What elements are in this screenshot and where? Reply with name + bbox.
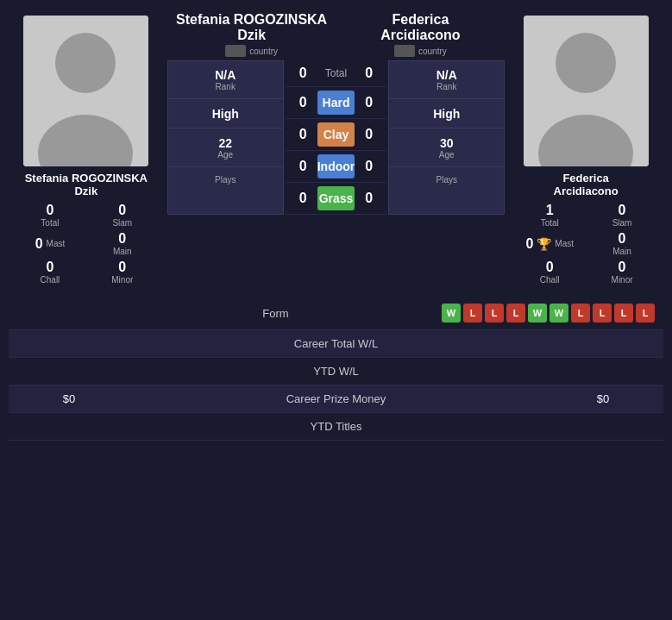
ytd-titles-row: YTD Titles: [9, 413, 663, 441]
form-badges: WLLLWWLLLL: [422, 304, 663, 323]
prize-row: $0 Career Prize Money $0: [9, 385, 663, 413]
form-row: Form WLLLWWLLLL: [9, 297, 663, 330]
form-badge-l: L: [506, 304, 525, 323]
ytd-wl-row: YTD W/L: [9, 358, 663, 385]
right-player-stats: 1 Total 0 Slam 0 🏆 Mast 0 Main 0: [515, 203, 656, 285]
right-peak-row: High: [389, 100, 504, 128]
left-stat-main: 0 Main: [88, 231, 157, 256]
right-stat-minor: 0 Minor: [587, 260, 656, 285]
left-age-row: 22 Age: [168, 129, 283, 167]
career-wl-row: Career Total W/L: [9, 330, 663, 358]
score-info-row: N/A Rank High 22 Age Plays: [167, 60, 506, 215]
form-badge-l: L: [485, 304, 504, 323]
player-names-row: Stefania ROGOZINSKA Dzik country Federic…: [167, 12, 506, 57]
left-stat-mast: 0 Mast: [16, 231, 85, 256]
bottom-stats: Form WLLLWWLLLL Career Total W/L YTD W/L…: [9, 297, 663, 441]
right-stat-mast: 0 🏆 Mast: [515, 231, 584, 256]
left-stat-slam: 0 Slam: [88, 203, 157, 228]
right-stat-main: 0 Main: [587, 231, 656, 256]
clay-surface-btn[interactable]: Clay: [317, 122, 355, 147]
hard-surface-btn[interactable]: Hard: [317, 91, 355, 115]
left-plays-row: Plays: [168, 168, 283, 191]
left-rank-row: N/A Rank: [168, 61, 283, 99]
svg-point-4: [556, 33, 616, 93]
indoor-surface-btn[interactable]: Indoor: [317, 154, 355, 178]
form-badge-l: L: [571, 304, 590, 323]
main-container: Stefania ROGOZINSKA Dzik 0 Total 0 Slam …: [0, 0, 672, 449]
form-badge-l: L: [636, 304, 655, 323]
left-player-name: Stefania ROGOZINSKA Dzik: [25, 172, 148, 197]
form-badge-w: W: [528, 304, 547, 323]
total-score-row: 0 Total 0: [286, 60, 387, 87]
clay-score-row: 0 Clay 0: [286, 119, 387, 151]
right-player-card: Federica Arcidiacono 1 Total 0 Slam 0 🏆 …: [508, 9, 663, 291]
right-player-avatar: [524, 16, 649, 166]
right-stat-chall: 0 Chall: [515, 260, 584, 285]
left-country: country: [167, 45, 336, 57]
form-badge-l: L: [614, 304, 633, 323]
left-stat-total: 0 Total: [16, 203, 85, 228]
right-age-row: 30 Age: [389, 129, 504, 167]
grass-surface-btn[interactable]: Grass: [317, 186, 355, 210]
indoor-score-row: 0 Indoor 0: [286, 151, 387, 183]
center-area: Stefania ROGOZINSKA Dzik country Federic…: [164, 9, 509, 291]
form-badge-w: W: [550, 304, 568, 323]
hard-score-row: 0 Hard 0: [286, 87, 387, 119]
left-player-avatar: [23, 16, 148, 166]
left-info-box: N/A Rank High 22 Age Plays: [167, 60, 284, 215]
right-player-header: Federica Arcidiacono country: [336, 12, 506, 57]
left-stat-chall: 0 Chall: [16, 260, 85, 285]
right-player-name: Federica Arcidiacono: [554, 172, 619, 197]
grass-score-row: 0 Grass 0: [286, 183, 387, 215]
right-plays-row: Plays: [389, 168, 504, 191]
right-stat-total: 1 Total: [515, 203, 584, 228]
trophy-icon: 🏆: [537, 237, 551, 251]
left-peak-row: High: [168, 100, 283, 128]
left-player-stats: 0 Total 0 Slam 0 Mast 0 Main 0 Chall: [16, 203, 157, 285]
right-info-box: N/A Rank High 30 Age Plays: [388, 60, 505, 215]
form-badge-w: W: [442, 304, 461, 323]
left-player-header: Stefania ROGOZINSKA Dzik country: [167, 12, 336, 57]
left-stat-minor: 0 Minor: [88, 260, 157, 285]
score-column: 0 Total 0 0 Hard 0 0 Clay 0: [286, 60, 387, 215]
form-label: Form: [129, 307, 422, 320]
right-stat-slam: 0 Slam: [587, 203, 656, 228]
right-country: country: [336, 45, 506, 57]
right-rank-row: N/A Rank: [389, 61, 504, 99]
svg-point-1: [55, 33, 116, 93]
top-area: Stefania ROGOZINSKA Dzik 0 Total 0 Slam …: [9, 9, 663, 291]
form-badge-l: L: [593, 304, 612, 323]
left-player-card: Stefania ROGOZINSKA Dzik 0 Total 0 Slam …: [9, 9, 164, 291]
form-badge-l: L: [463, 304, 482, 323]
